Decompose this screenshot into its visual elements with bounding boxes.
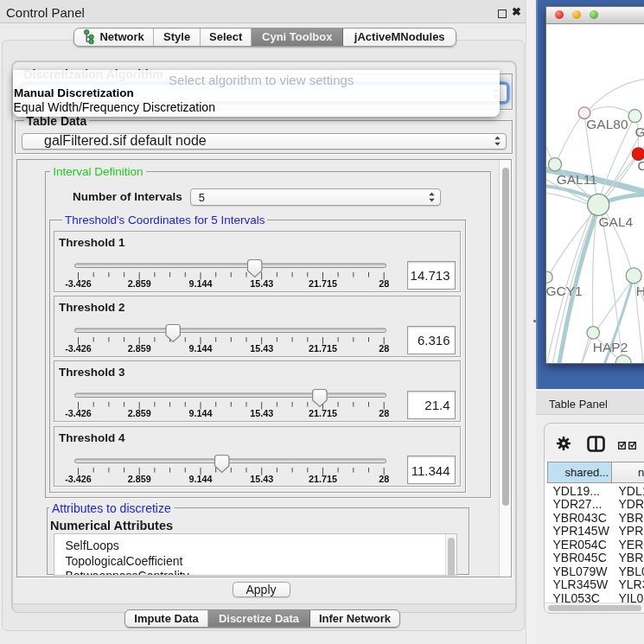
svg-text:GAL11: GAL11 <box>557 172 597 187</box>
svg-text:21.715: 21.715 <box>308 343 336 354</box>
svg-text:-3.426: -3.426 <box>65 473 92 483</box>
svg-text:HAP2: HAP2 <box>593 340 628 354</box>
svg-text:GCY1: GCY1 <box>546 284 583 298</box>
svg-text:21.715: 21.715 <box>308 408 336 418</box>
svg-text:28: 28 <box>379 473 389 483</box>
svg-text:2.859: 2.859 <box>127 408 150 418</box>
svg-text:9.144: 9.144 <box>188 343 212 354</box>
svg-text:2.859: 2.859 <box>127 278 150 289</box>
svg-text:GAL4: GAL4 <box>599 214 634 229</box>
svg-text:2.859: 2.859 <box>127 473 150 483</box>
svg-text:15.43: 15.43 <box>250 473 273 483</box>
svg-text:GAL80: GAL80 <box>586 117 628 131</box>
svg-text:21.715: 21.715 <box>308 278 336 289</box>
svg-text:-3.426: -3.426 <box>65 278 92 289</box>
svg-text:G.: G. <box>635 124 644 139</box>
svg-text:15.43: 15.43 <box>250 278 273 289</box>
svg-text:-3.426: -3.426 <box>65 408 92 418</box>
svg-text:-3.426: -3.426 <box>65 343 92 354</box>
svg-text:9.144: 9.144 <box>188 408 212 418</box>
svg-text:9.144: 9.144 <box>188 473 212 483</box>
svg-text:2.859: 2.859 <box>127 343 150 354</box>
svg-text:9.144: 9.144 <box>188 278 212 289</box>
svg-text:28: 28 <box>379 278 389 289</box>
svg-text:28: 28 <box>379 343 389 354</box>
svg-text:28: 28 <box>379 408 389 418</box>
svg-text:15.43: 15.43 <box>250 408 273 418</box>
svg-text:C: C <box>638 158 644 173</box>
svg-text:H: H <box>636 284 644 298</box>
svg-text:21.715: 21.715 <box>308 473 336 483</box>
svg-text:15.43: 15.43 <box>250 343 273 354</box>
